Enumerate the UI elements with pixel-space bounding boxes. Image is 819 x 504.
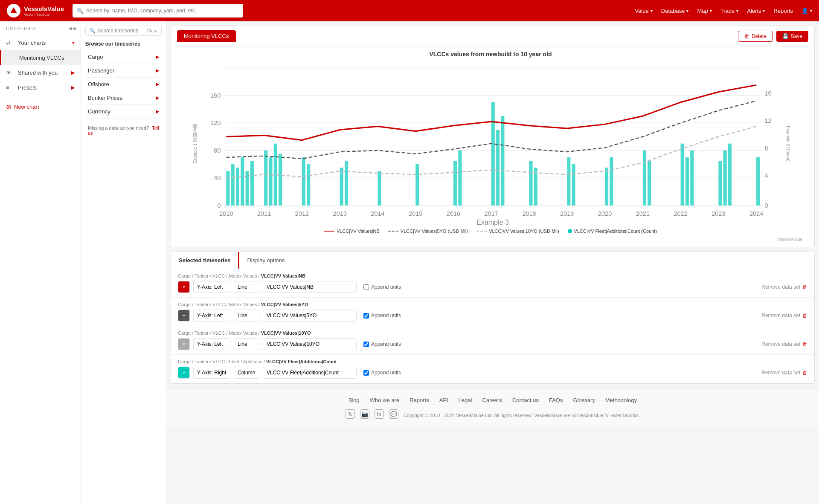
append-units-checkbox-3[interactable] (363, 370, 369, 376)
append-units-3: Append units (363, 370, 401, 376)
linkedin-icon[interactable]: in (375, 409, 384, 419)
remove-dataset-3[interactable]: Remove data set 🗑 (761, 370, 807, 376)
trash-icon-0: 🗑 (802, 284, 807, 290)
timeseries-search-input[interactable] (97, 28, 147, 34)
delete-button[interactable]: 🗑 Delete (738, 31, 773, 42)
footer-link-contact[interactable]: Contact us (512, 397, 539, 403)
footer-link-legal[interactable]: Legal (459, 397, 472, 403)
ts-category-currency[interactable]: Currency ▶ (85, 105, 162, 119)
remove-dataset-1[interactable]: Remove data set 🗑 (761, 313, 807, 319)
svg-text:2014: 2014 (371, 210, 384, 217)
svg-rect-53 (501, 116, 504, 206)
nav-trade[interactable]: Trade ▾ (720, 8, 738, 14)
search-icon: 🔍 (77, 8, 84, 14)
new-chart-button[interactable]: ⊕ New chart (0, 98, 81, 115)
timeseries-search-clear[interactable]: Clear (147, 28, 158, 33)
ts-category-passenger[interactable]: Passenger ▶ (85, 64, 162, 78)
y-axis-right-label: Example 2 (Count) (786, 126, 790, 161)
nav-alerts[interactable]: Alerts ▾ (747, 8, 765, 14)
timeseries-search[interactable]: 🔍 Clear (85, 26, 162, 36)
main-nav: Value ▾ Database ▾ Map ▾ Trade ▾ Alerts … (635, 8, 813, 14)
shared-expand[interactable]: ▶ (71, 70, 75, 75)
chart-credit: VesselsValue (175, 236, 806, 243)
append-units-checkbox-0[interactable] (363, 284, 369, 290)
ts-category-offshore[interactable]: Offshore ▶ (85, 78, 162, 91)
nav-reports[interactable]: Reports (773, 8, 793, 14)
svg-rect-59 (610, 157, 613, 206)
ts-category-bunker[interactable]: Bunker Prices ▶ (85, 91, 162, 105)
twitter-icon[interactable]: 𝕏 (346, 409, 355, 419)
y-axis-select-2[interactable]: Y-Axis: LeftY-Axis: Right (193, 338, 230, 350)
svg-text:0: 0 (217, 202, 221, 209)
wechat-icon[interactable]: 💬 (389, 409, 398, 419)
trash-icon-2: 🗑 (802, 341, 807, 347)
ts-name-input-0[interactable] (263, 281, 357, 293)
ts-category-cargo[interactable]: Cargo ▶ (85, 50, 162, 64)
y-axis-select-1[interactable]: Y-Axis: LeftY-Axis: Right (193, 310, 230, 322)
sidebar-section-header: Timeseries ◀◀ (0, 21, 81, 35)
presets-expand[interactable]: ▶ (71, 85, 75, 90)
footer-link-api[interactable]: API (439, 397, 448, 403)
selected-timeseries: Selected timeseries Display options Carg… (171, 252, 815, 384)
svg-text:2010: 2010 (219, 210, 233, 217)
footer-link-who-we-are[interactable]: Who we are (370, 397, 399, 403)
ts-row-path: Cargo / Tanker / VLCC / Matrix Values / … (178, 302, 807, 307)
footer-link-careers[interactable]: Careers (482, 397, 502, 403)
remove-dataset-0[interactable]: Remove data set 🗑 (761, 284, 807, 290)
append-units-1: Append units (363, 313, 401, 319)
svg-marker-0 (10, 7, 17, 13)
chart-actions: 🗑 Delete 💾 Save (738, 31, 808, 42)
footer-link-glossary[interactable]: Glossary (573, 397, 595, 403)
append-units-checkbox-2[interactable] (363, 342, 369, 347)
color-swatch-0[interactable]: ▾ (178, 281, 190, 293)
ts-name-input-3[interactable] (263, 367, 357, 379)
chart-tab[interactable]: Monitoring VLCCs (177, 30, 236, 42)
svg-rect-52 (496, 130, 500, 206)
nav-value[interactable]: Value ▾ (635, 8, 653, 14)
table-row: Cargo / Tanker / VLCC / Matrix Values / … (171, 269, 814, 298)
your-charts-expand[interactable]: ▾ (72, 40, 75, 46)
footer-link-blog[interactable]: Blog (349, 397, 360, 403)
color-swatch-1[interactable]: ▾ (178, 310, 190, 322)
table-row: Cargo / Tanker / VLCC / Matrix Values / … (171, 298, 814, 326)
svg-text:2020: 2020 (598, 210, 612, 217)
chart-title: VLCCs values from newbuild to 10 year ol… (175, 51, 806, 58)
sidebar-item-your-charts[interactable]: ⇄ Your charts ▾ (0, 35, 81, 50)
color-swatch-2[interactable]: ▾ (178, 338, 190, 350)
legend-5yo-label: VLCC|VV Values|5YO (USD Mil) (401, 229, 468, 234)
footer-link-methodology[interactable]: Methodology (605, 397, 637, 403)
remove-dataset-2[interactable]: Remove data set 🗑 (761, 341, 807, 347)
footer-link-faqs[interactable]: FAQs (549, 397, 563, 403)
save-button[interactable]: 💾 Save (776, 31, 808, 42)
chart-type-select-3[interactable]: ColumnLineBar (234, 367, 259, 379)
svg-rect-51 (491, 102, 495, 206)
svg-rect-67 (728, 144, 732, 206)
main-search[interactable]: 🔍 (73, 4, 243, 17)
y-axis-select-3[interactable]: Y-Axis: RightY-Axis: Left (193, 367, 230, 379)
chart-type-select-1[interactable]: LineColumnBar (234, 310, 259, 322)
footer-copyright: Copyright © 2010 - 2024 VesselsValue Ltd… (404, 413, 640, 418)
trash-icon-1: 🗑 (802, 313, 807, 319)
chart-type-select-0[interactable]: LineColumnBar (234, 281, 259, 293)
save-icon: 💾 (782, 33, 789, 39)
footer-link-reports[interactable]: Reports (410, 397, 429, 403)
svg-rect-50 (458, 151, 462, 206)
ts-name-input-2[interactable] (263, 338, 357, 350)
sidebar-item-monitoring-vlccs[interactable]: Monitoring VLCCs (0, 50, 81, 65)
search-input[interactable] (86, 8, 239, 14)
nav-map[interactable]: Map ▾ (697, 8, 712, 14)
instagram-icon[interactable]: 📷 (360, 409, 369, 419)
svg-rect-61 (648, 161, 651, 206)
append-units-checkbox-1[interactable] (363, 313, 369, 319)
sidebar-item-shared-with-you[interactable]: 👁 Shared with you ▶ (0, 65, 81, 80)
color-swatch-3[interactable]: ▾ (178, 367, 190, 379)
ts-name-input-1[interactable] (263, 310, 357, 322)
y-axis-select-0[interactable]: Y-Axis: LeftY-Axis: Right (193, 281, 230, 293)
legend-nb-label: VLCC|VV Values|NB (337, 229, 380, 234)
logo[interactable]: VesselsValue Veson Nautical (7, 4, 64, 17)
chart-type-select-2[interactable]: LineColumnBar (234, 338, 259, 350)
sidebar-item-presets[interactable]: ≡ Presets ▶ (0, 80, 81, 95)
nav-user[interactable]: 👤 ▾ (802, 8, 812, 14)
nav-database[interactable]: Database ▾ (661, 8, 689, 14)
sidebar-collapse-button[interactable]: ◀◀ (68, 26, 76, 31)
